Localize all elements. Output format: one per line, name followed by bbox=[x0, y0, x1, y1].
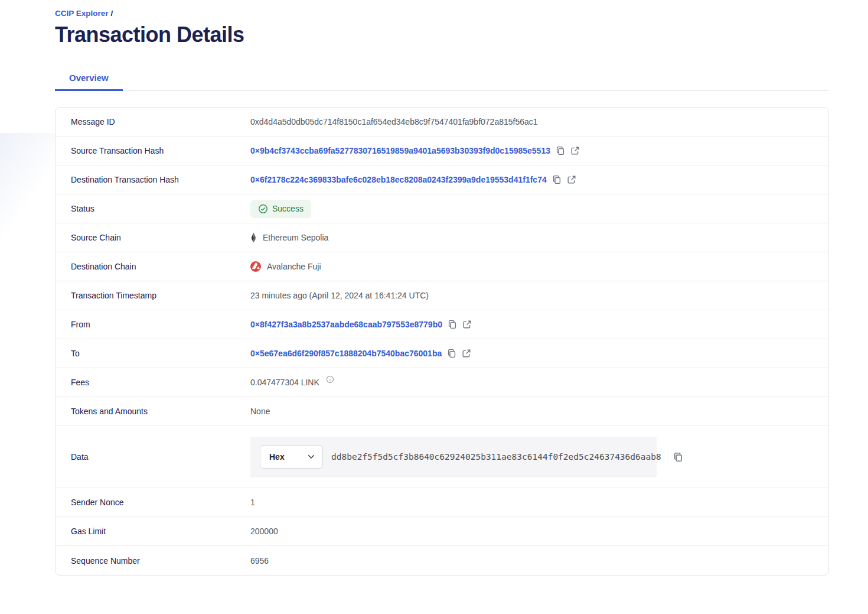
table-row-source-tx-hash: Source Transaction Hash 0×9b4cf3743ccba6… bbox=[56, 137, 828, 165]
row-label: From bbox=[56, 320, 250, 329]
source-tx-hash-link[interactable]: 0×9b4cf3743ccba69fa5277830716519859a9401… bbox=[250, 146, 550, 155]
source-chain-name: Ethereum Sepolia bbox=[263, 233, 328, 242]
gas-limit-text: 200000 bbox=[250, 527, 278, 536]
row-label: Fees bbox=[56, 378, 250, 387]
to-address-link[interactable]: 0×5e67ea6d6f290f857c1888204b7540bac76001… bbox=[250, 349, 442, 358]
row-label: Data bbox=[56, 452, 250, 462]
table-row-destination-chain: Destination Chain Avalanche Fuji bbox=[56, 252, 828, 281]
page-title: Transaction Details bbox=[55, 22, 829, 48]
page-content: CCIP Explorer/ Transaction Details Overv… bbox=[55, 0, 829, 576]
breadcrumb-separator: / bbox=[111, 9, 113, 18]
table-row-source-chain: Source Chain Ethereum Sepolia bbox=[56, 223, 828, 252]
breadcrumb-ccip-explorer-link[interactable]: CCIP Explorer bbox=[55, 9, 109, 18]
status-badge: Success bbox=[250, 200, 311, 218]
row-label: To bbox=[56, 349, 250, 358]
row-label: Sequence Number bbox=[56, 556, 250, 566]
destination-tx-hash-link[interactable]: 0×6f2178c224c369833bafe6c028eb18ec8208a0… bbox=[250, 175, 547, 184]
breadcrumb: CCIP Explorer/ bbox=[55, 0, 829, 18]
destination-chain-value: Avalanche Fuji bbox=[250, 261, 321, 272]
fees-text: 0.047477304 LINK bbox=[250, 378, 319, 387]
row-label: Tokens and Amounts bbox=[56, 407, 250, 416]
table-row-to: To 0×5e67ea6d6f290f857c1888204b7540bac76… bbox=[56, 339, 828, 368]
copy-icon[interactable] bbox=[673, 452, 683, 462]
tab-overview[interactable]: Overview bbox=[55, 67, 123, 90]
copy-icon[interactable] bbox=[552, 175, 562, 184]
message-id-text: 0xd4d4a5d0db05dc714f8150c1af654ed34eb8c9… bbox=[250, 117, 538, 126]
row-label: Status bbox=[56, 204, 250, 213]
table-row-tokens-and-amounts: Tokens and Amounts None bbox=[56, 397, 828, 426]
row-label: Transaction Timestamp bbox=[56, 291, 250, 300]
external-link-icon[interactable] bbox=[462, 349, 471, 358]
row-label: Gas Limit bbox=[56, 527, 250, 536]
table-row-transaction-timestamp: Transaction Timestamp 23 minutes ago (Ap… bbox=[56, 281, 828, 310]
external-link-icon[interactable] bbox=[567, 175, 576, 184]
row-label: Source Transaction Hash bbox=[56, 146, 250, 155]
from-address-link[interactable]: 0×8f427f3a3a8b2537aabde68caab797553e8779… bbox=[250, 320, 442, 329]
sender-nonce-text: 1 bbox=[250, 498, 255, 507]
tab-bar: Overview bbox=[55, 67, 829, 91]
external-link-icon[interactable] bbox=[462, 320, 472, 329]
row-label: Source Chain bbox=[56, 233, 250, 242]
copy-icon[interactable] bbox=[448, 320, 457, 329]
table-row-gas-limit: Gas Limit 200000 bbox=[56, 517, 828, 546]
sequence-number-text: 6956 bbox=[250, 556, 269, 566]
source-chain-value: Ethereum Sepolia bbox=[250, 232, 328, 243]
table-row-sequence-number: Sequence Number 6956 bbox=[56, 546, 828, 575]
transaction-details-table: Message ID 0xd4d4a5d0db05dc714f8150c1af6… bbox=[55, 107, 829, 576]
table-row-fees: Fees 0.047477304 LINK bbox=[56, 368, 828, 397]
destination-chain-name: Avalanche Fuji bbox=[267, 262, 321, 271]
table-row-destination-tx-hash: Destination Transaction Hash 0×6f2178c22… bbox=[56, 165, 828, 194]
tokens-and-amounts-text: None bbox=[250, 407, 270, 416]
ethereum-icon bbox=[250, 232, 257, 243]
external-link-icon[interactable] bbox=[570, 146, 580, 155]
table-row-data: Data Hex dd8be2f5f5d5cf3b8640c62924025b3… bbox=[56, 426, 828, 488]
background-gradient-decoration bbox=[0, 133, 56, 260]
info-icon[interactable] bbox=[326, 375, 334, 384]
copy-icon[interactable] bbox=[556, 146, 565, 155]
row-label: Destination Chain bbox=[56, 262, 250, 271]
status-text: Success bbox=[272, 204, 304, 213]
row-label: Message ID bbox=[56, 117, 250, 126]
copy-icon[interactable] bbox=[447, 349, 456, 358]
table-row-from: From 0×8f427f3a3a8b2537aabde68caab797553… bbox=[56, 310, 828, 339]
data-encoding-select[interactable]: Hex bbox=[260, 445, 323, 469]
table-row-status: Status Success bbox=[56, 194, 828, 223]
transaction-timestamp-text: 23 minutes ago (April 12, 2024 at 16:41:… bbox=[250, 291, 429, 300]
row-label: Destination Transaction Hash bbox=[56, 175, 250, 184]
avalanche-icon bbox=[250, 261, 261, 272]
chevron-down-icon bbox=[308, 454, 315, 459]
data-hex-value: dd8be2f5f5d5cf3b8640c62924025b311ae83c61… bbox=[331, 452, 661, 462]
data-hex-container: Hex dd8be2f5f5d5cf3b8640c62924025b311ae8… bbox=[250, 437, 657, 477]
message-id-value: 0xd4d4a5d0db05dc714f8150c1af654ed34eb8c9… bbox=[250, 117, 538, 126]
row-label: Sender Nonce bbox=[56, 498, 250, 507]
table-row-message-id: Message ID 0xd4d4a5d0db05dc714f8150c1af6… bbox=[56, 108, 828, 137]
table-row-sender-nonce: Sender Nonce 1 bbox=[56, 488, 828, 517]
check-circle-icon bbox=[258, 204, 268, 214]
data-encoding-selected-value: Hex bbox=[269, 452, 285, 462]
